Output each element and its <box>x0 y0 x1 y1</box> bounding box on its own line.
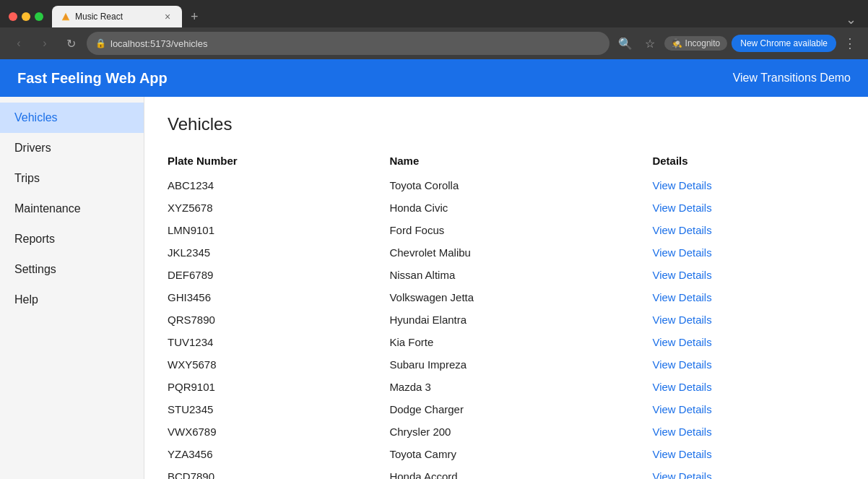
tab-favicon <box>61 12 71 22</box>
cell-plate: XYZ5678 <box>168 197 389 219</box>
view-details-link[interactable]: View Details <box>652 246 711 259</box>
cell-details: View Details <box>652 174 845 197</box>
new-tab-button[interactable]: + <box>185 6 204 27</box>
table-row: STU2345Dodge ChargerView Details <box>168 398 845 420</box>
browser-menu-button[interactable]: ⋮ <box>841 35 859 51</box>
maximize-window-button[interactable] <box>35 12 43 21</box>
back-button[interactable]: ‹ <box>9 33 29 53</box>
incognito-icon: 🕵 <box>672 38 682 48</box>
tab-overflow-icon[interactable]: ⌄ <box>846 12 859 27</box>
forward-button[interactable]: › <box>35 33 55 53</box>
address-bar[interactable]: 🔒 localhost:5173/vehicles <box>87 32 609 55</box>
col-header-name: Name <box>389 149 652 174</box>
cell-name: Nissan Altima <box>389 264 652 286</box>
url-text: localhost:5173/vehicles <box>110 38 207 49</box>
minimize-window-button[interactable] <box>22 12 30 21</box>
zoom-button[interactable]: 🔍 <box>615 33 635 53</box>
vehicles-table: Plate Number Name Details ABC1234Toyota … <box>168 149 845 479</box>
app-title: Fast Feeling Web App <box>17 70 168 87</box>
table-header: Plate Number Name Details <box>168 149 845 174</box>
cell-name: Subaru Impreza <box>389 353 652 376</box>
cell-plate: QRS7890 <box>168 308 389 331</box>
bookmark-button[interactable]: ☆ <box>640 33 660 53</box>
sidebar-item-maintenance[interactable]: Maintenance <box>0 194 144 224</box>
view-details-link[interactable]: View Details <box>652 381 711 393</box>
incognito-label: Incognito <box>685 38 721 48</box>
sidebar-item-help[interactable]: Help <box>0 285 144 315</box>
cell-name: Kia Forte <box>389 331 652 353</box>
view-details-link[interactable]: View Details <box>652 358 711 371</box>
title-bar: Music React × + ⌄ <box>0 0 868 27</box>
active-tab[interactable]: Music React × <box>52 6 182 27</box>
view-details-link[interactable]: View Details <box>652 291 711 303</box>
cell-name: Honda Civic <box>389 197 652 219</box>
cell-name: Mazda 3 <box>389 376 652 398</box>
table-row: JKL2345Chevrolet MalibuView Details <box>168 241 845 264</box>
tab-title: Music React <box>75 12 157 22</box>
view-details-link[interactable]: View Details <box>652 179 711 191</box>
cell-details: View Details <box>652 465 845 479</box>
table-row: PQR9101Mazda 3View Details <box>168 376 845 398</box>
sidebar-item-reports[interactable]: Reports <box>0 224 144 254</box>
cell-name: Chevrolet Malibu <box>389 241 652 264</box>
cell-name: Ford Focus <box>389 219 652 241</box>
sidebar-item-settings[interactable]: Settings <box>0 254 144 285</box>
cell-details: View Details <box>652 353 845 376</box>
cell-details: View Details <box>652 286 845 308</box>
cell-details: View Details <box>652 241 845 264</box>
table-row: TUV1234Kia ForteView Details <box>168 331 845 353</box>
cell-plate: JKL2345 <box>168 241 389 264</box>
cell-plate: YZA3456 <box>168 443 389 465</box>
cell-plate: GHI3456 <box>168 286 389 308</box>
table-row: BCD7890Honda AccordView Details <box>168 465 845 479</box>
view-details-link[interactable]: View Details <box>652 269 711 281</box>
table-row: XYZ5678Honda CivicView Details <box>168 197 845 219</box>
page-title: Vehicles <box>168 114 845 134</box>
view-transitions-link[interactable]: View Transitions Demo <box>733 72 851 85</box>
omnibar-actions: 🔍 ☆ 🕵 Incognito New Chrome available ⋮ <box>615 33 859 53</box>
view-details-link[interactable]: View Details <box>652 224 711 236</box>
sidebar-item-vehicles[interactable]: Vehicles <box>0 103 144 133</box>
browser-window: Music React × + ⌄ ‹ › ↻ 🔒 localhost:5173… <box>0 0 868 59</box>
reload-button[interactable]: ↻ <box>61 33 81 53</box>
cell-plate: VWX6789 <box>168 420 389 443</box>
cell-plate: DEF6789 <box>168 264 389 286</box>
sidebar: Vehicles Drivers Trips Maintenance Repor… <box>0 97 144 479</box>
cell-name: Chrysler 200 <box>389 420 652 443</box>
table-row: LMN9101Ford FocusView Details <box>168 219 845 241</box>
cell-name: Dodge Charger <box>389 398 652 420</box>
cell-plate: WXY5678 <box>168 353 389 376</box>
traffic-lights <box>9 12 43 21</box>
view-details-link[interactable]: View Details <box>652 448 711 460</box>
cell-details: View Details <box>652 331 845 353</box>
table-row: WXY5678Subaru ImprezaView Details <box>168 353 845 376</box>
new-chrome-button[interactable]: New Chrome available <box>732 35 836 52</box>
tab-close-button[interactable]: × <box>162 11 173 22</box>
app-body: Vehicles Drivers Trips Maintenance Repor… <box>0 97 868 479</box>
cell-plate: BCD7890 <box>168 465 389 479</box>
sidebar-item-trips[interactable]: Trips <box>0 163 144 194</box>
view-details-link[interactable]: View Details <box>652 202 711 214</box>
cell-plate: PQR9101 <box>168 376 389 398</box>
sidebar-item-drivers[interactable]: Drivers <box>0 133 144 163</box>
table-row: DEF6789Nissan AltimaView Details <box>168 264 845 286</box>
app-wrapper: Fast Feeling Web App View Transitions De… <box>0 59 868 479</box>
table-row: YZA3456Toyota CamryView Details <box>168 443 845 465</box>
cell-details: View Details <box>652 219 845 241</box>
view-details-link[interactable]: View Details <box>652 426 711 438</box>
view-details-link[interactable]: View Details <box>652 314 711 326</box>
close-window-button[interactable] <box>9 12 17 21</box>
cell-name: Toyota Camry <box>389 443 652 465</box>
table-body: ABC1234Toyota CorollaView DetailsXYZ5678… <box>168 174 845 479</box>
incognito-indicator: 🕵 Incognito <box>664 36 728 51</box>
cell-name: Honda Accord <box>389 465 652 479</box>
cell-plate: STU2345 <box>168 398 389 420</box>
table-row: QRS7890Hyundai ElantraView Details <box>168 308 845 331</box>
cell-details: View Details <box>652 398 845 420</box>
view-details-link[interactable]: View Details <box>652 336 711 348</box>
cell-plate: TUV1234 <box>168 331 389 353</box>
cell-name: Volkswagen Jetta <box>389 286 652 308</box>
app-topnav: Fast Feeling Web App View Transitions De… <box>0 59 868 97</box>
view-details-link[interactable]: View Details <box>652 470 711 479</box>
view-details-link[interactable]: View Details <box>652 403 711 415</box>
